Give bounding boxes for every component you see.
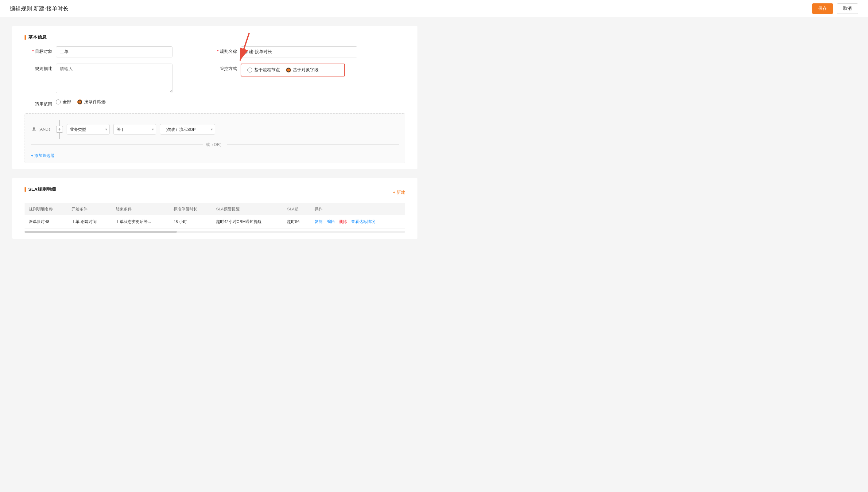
edit-action[interactable]: 编辑 — [327, 219, 335, 224]
filter-box: 且（AND） + 业务类型 等于 — [25, 113, 405, 163]
cell-actions: 复制 编辑 删除 查看达标情况 — [310, 215, 405, 228]
col-duration: 标准停留时长 — [169, 203, 212, 215]
sla-table-head: 规则明细名称 开始条件 结束条件 标准停留时长 SLA预警提醒 SLA超 操作 — [25, 203, 405, 215]
sla-title: SLA规则明细 — [25, 187, 56, 192]
col-start: 开始条件 — [67, 203, 111, 215]
filter-and-row: 且（AND） + 业务类型 等于 — [31, 120, 399, 139]
connector-col: + — [56, 120, 63, 139]
mgmt-radio-field[interactable] — [286, 68, 291, 72]
field-select-wrapper: 业务类型 — [67, 124, 110, 134]
target-rule-row: 目标对象 规则名称 — [12, 46, 417, 57]
mgmt-option-field-label: 基于对象字段 — [293, 67, 319, 73]
col-name: 规则明细名称 — [25, 203, 67, 215]
table-header-row: 规则明细名称 开始条件 结束条件 标准停留时长 SLA预警提醒 SLA超 操作 — [25, 203, 405, 215]
mgmt-option-process-label: 基于流程节点 — [254, 67, 280, 73]
value-select-wrapper: （勿改）演示SOP — [160, 124, 215, 134]
header-actions: 保存 取消 — [812, 3, 858, 14]
basic-info-title: 基本信息 — [25, 34, 405, 40]
delete-action[interactable]: 删除 — [339, 219, 347, 224]
sla-header: SLA规则明细 + 新建 — [25, 187, 405, 198]
field-select[interactable]: 业务类型 — [67, 124, 110, 134]
add-condition-button[interactable]: + — [56, 126, 63, 133]
operator-select-wrapper: 等于 — [113, 124, 156, 134]
mgmt-group: 管控方式 基于流程节点 基于对象字段 — [209, 64, 345, 76]
sla-section: SLA规则明细 + 新建 规则明细名称 开始条件 结束条件 标准停留时长 SLA… — [12, 178, 417, 239]
scope-radio-all[interactable] — [56, 99, 61, 104]
scope-row: 适用范围 全部 按条件筛选 — [12, 99, 417, 107]
target-label: 目标对象 — [25, 46, 52, 54]
cell-exceed: 超时56 — [283, 215, 310, 228]
connector-line-top — [59, 120, 60, 126]
page-title: 编辑规则 新建-接单时长 — [10, 5, 69, 12]
cell-name: 派单限时48 — [25, 215, 67, 228]
sla-new-button[interactable]: + 新建 — [393, 190, 405, 195]
col-warning: SLA预警提醒 — [212, 203, 283, 215]
rule-name-label: 规则名称 — [209, 46, 237, 54]
copy-action[interactable]: 复制 — [315, 219, 322, 224]
desc-label: 规则描述 — [25, 64, 52, 72]
rule-name-group: 规则名称 — [209, 46, 357, 57]
cell-end: 工单状态变更后等... — [111, 215, 169, 228]
cell-warning: 超时42小时CRM通知提醒 — [212, 215, 283, 228]
mgmt-option-process[interactable]: 基于流程节点 — [247, 67, 280, 73]
scope-radio-group: 全部 按条件筛选 — [56, 99, 106, 105]
operator-select[interactable]: 等于 — [113, 124, 156, 134]
view-action[interactable]: 查看达标情况 — [351, 219, 375, 224]
cell-start: 工单.创建时间 — [67, 215, 111, 228]
col-exceed: SLA超 — [283, 203, 310, 215]
main-content: 基本信息 目标对象 规则名称 规则描述 管控方式 基于流程节点 — [0, 17, 430, 248]
scope-option-filter-label: 按条件筛选 — [84, 99, 106, 105]
scroll-thumb[interactable] — [25, 231, 177, 233]
save-button[interactable]: 保存 — [812, 3, 833, 14]
value-select[interactable]: （勿改）演示SOP — [160, 124, 215, 134]
desc-input[interactable] — [56, 64, 173, 93]
table-row: 派单限时48 工单.创建时间 工单状态变更后等... 48 小时 超时42小时C… — [25, 215, 405, 228]
col-actions: 操作 — [310, 203, 405, 215]
scope-option-all[interactable]: 全部 — [56, 99, 71, 105]
scope-option-all-label: 全部 — [62, 99, 71, 105]
scope-option-filter[interactable]: 按条件筛选 — [77, 99, 106, 105]
add-filter-link[interactable]: + 添加筛选器 — [31, 153, 54, 158]
target-input[interactable] — [56, 46, 173, 57]
cell-duration: 48 小时 — [169, 215, 212, 228]
mgmt-option-field[interactable]: 基于对象字段 — [286, 67, 319, 73]
desc-mgmt-row: 规则描述 管控方式 基于流程节点 基于对象字段 — [12, 64, 417, 93]
or-divider: 或（OR） — [31, 142, 399, 147]
and-label: 且（AND） — [31, 126, 52, 132]
or-label: 或（OR） — [206, 142, 224, 147]
mgmt-mode-box: 基于流程节点 基于对象字段 — [241, 64, 345, 76]
rule-name-input[interactable] — [241, 46, 357, 57]
scope-label: 适用范围 — [25, 99, 52, 107]
cancel-button[interactable]: 取消 — [837, 3, 858, 14]
sla-table: 规则明细名称 开始条件 结束条件 标准停留时长 SLA预警提醒 SLA超 操作 … — [25, 203, 405, 228]
connector-line-bottom — [59, 133, 60, 139]
basic-info-section: 基本信息 目标对象 规则名称 规则描述 管控方式 基于流程节点 — [12, 26, 417, 169]
col-end: 结束条件 — [111, 203, 169, 215]
mgmt-radio-group: 基于流程节点 基于对象字段 — [247, 67, 319, 73]
mgmt-radio-process[interactable] — [247, 68, 252, 72]
scope-radio-filter[interactable] — [77, 99, 82, 104]
scroll-track[interactable] — [25, 231, 405, 233]
mgmt-label: 管控方式 — [209, 64, 237, 72]
header: 编辑规则 新建-接单时长 保存 取消 — [0, 0, 868, 17]
sla-table-body: 派单限时48 工单.创建时间 工单状态变更后等... 48 小时 超时42小时C… — [25, 215, 405, 228]
